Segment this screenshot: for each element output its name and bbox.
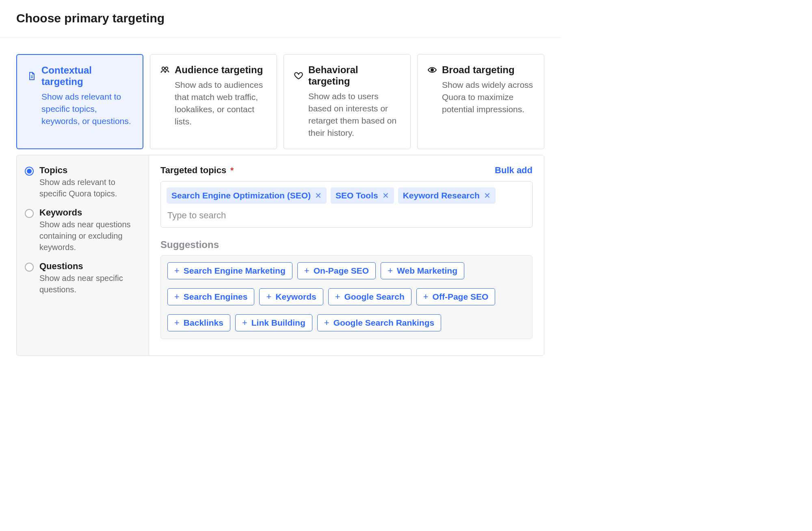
suggestion-label: Off-Page SEO [433, 292, 489, 302]
suggestion-chip[interactable]: +Off-Page SEO [416, 288, 496, 305]
chip-label: SEO Tools [336, 191, 378, 200]
chips-container: Search Engine Optimization (SEO)✕SEO Too… [167, 187, 526, 204]
targeting-card-audience[interactable]: Audience targeting Show ads to audiences… [150, 54, 277, 149]
plus-icon: + [304, 266, 310, 275]
chip[interactable]: SEO Tools✕ [331, 187, 394, 204]
plus-icon: + [266, 292, 271, 301]
suggestion-label: Search Engines [184, 292, 248, 302]
field-header: Targeted topics * Bulk add [160, 165, 533, 176]
plus-icon: + [174, 292, 180, 301]
chip[interactable]: Search Engine Optimization (SEO)✕ [167, 187, 327, 204]
card-desc: Show ads to users based on interests or … [294, 90, 401, 139]
targeting-cards-row: Contextual targeting Show ads relevant t… [16, 54, 544, 149]
card-title: Broad targeting [442, 64, 515, 76]
radio-label: Topics [39, 165, 141, 176]
bulk-add-link[interactable]: Bulk add [495, 165, 533, 176]
svg-point-1 [165, 67, 168, 70]
close-icon[interactable]: ✕ [315, 191, 322, 200]
suggestion-label: On-Page SEO [314, 266, 369, 276]
topics-input[interactable]: Search Engine Optimization (SEO)✕SEO Too… [160, 181, 533, 228]
suggestion-chip[interactable]: +Backlinks [167, 314, 230, 331]
suggestion-chip[interactable]: +On-Page SEO [297, 262, 376, 279]
plus-icon: + [174, 266, 180, 275]
people-icon [160, 65, 170, 75]
divider [0, 37, 561, 38]
radio-indicator [25, 167, 34, 176]
radio-option-topics[interactable]: Topics Show ads relevant to specific Quo… [25, 165, 141, 199]
heart-icon [294, 71, 303, 81]
card-desc: Show ads to audiences that match web tra… [160, 79, 267, 128]
field-label: Targeted topics [160, 165, 226, 175]
radio-option-keywords[interactable]: Keywords Show ads near questions contain… [25, 207, 141, 253]
radio-label: Keywords [39, 207, 141, 218]
radio-desc: Show ads near questions containing or ex… [39, 219, 141, 253]
radio-option-questions[interactable]: Questions Show ads near specific questio… [25, 261, 141, 295]
targeting-card-broad[interactable]: Broad targeting Show ads widely across Q… [417, 54, 544, 149]
plus-icon: + [174, 318, 180, 327]
main-panel: Targeted topics * Bulk add Search Engine… [149, 155, 544, 355]
targeting-card-behavioral[interactable]: Behavioral targeting Show ads to users b… [284, 54, 411, 149]
suggestion-chip[interactable]: +Keywords [259, 288, 323, 305]
card-desc: Show ads widely across Quora to maximize… [427, 79, 534, 115]
card-title: Behavioral targeting [308, 64, 401, 87]
sidebar: Topics Show ads relevant to specific Quo… [17, 155, 149, 355]
field-label-wrap: Targeted topics * [160, 165, 234, 176]
card-desc: Show ads relevant to specific topics, ke… [27, 91, 133, 127]
plus-icon: + [324, 318, 329, 327]
lower-panel: Topics Show ads relevant to specific Quo… [16, 155, 544, 356]
suggestion-chip[interactable]: +Google Search Rankings [317, 314, 441, 331]
suggestion-chip[interactable]: +Search Engines [167, 288, 254, 305]
chip-label: Search Engine Optimization (SEO) [171, 191, 311, 200]
radio-indicator [25, 263, 34, 272]
svg-point-0 [162, 67, 165, 70]
targeting-card-contextual[interactable]: Contextual targeting Show ads relevant t… [16, 54, 143, 149]
radio-indicator [25, 209, 34, 218]
radio-desc: Show ads near specific questions. [39, 272, 141, 295]
plus-icon: + [335, 292, 340, 301]
search-input[interactable] [167, 207, 526, 225]
suggestion-label: Link Building [251, 318, 305, 328]
card-title: Contextual targeting [41, 65, 133, 87]
suggestion-chip[interactable]: +Search Engine Marketing [167, 262, 292, 279]
radio-desc: Show ads relevant to specific Quora topi… [39, 176, 141, 199]
suggestion-label: Web Marketing [397, 266, 457, 276]
suggestion-label: Backlinks [184, 318, 223, 328]
close-icon[interactable]: ✕ [484, 191, 491, 200]
svg-point-2 [431, 69, 433, 71]
close-icon[interactable]: ✕ [382, 191, 389, 200]
page-title: Choose primary targeting [16, 11, 544, 25]
suggestions-label: Suggestions [160, 239, 533, 250]
plus-icon: + [423, 292, 429, 301]
suggestions-box: +Search Engine Marketing+On-Page SEO+Web… [160, 255, 533, 339]
suggestion-label: Search Engine Marketing [184, 266, 286, 276]
suggestions-row: +Search Engine Marketing+On-Page SEO+Web… [167, 262, 526, 335]
eye-icon [427, 65, 437, 75]
chip[interactable]: Keyword Research✕ [398, 187, 496, 204]
suggestion-chip[interactable]: +Web Marketing [381, 262, 464, 279]
suggestion-chip[interactable]: +Link Building [235, 314, 312, 331]
required-mark: * [230, 165, 234, 175]
plus-icon: + [388, 266, 393, 275]
card-title: Audience targeting [175, 64, 263, 76]
suggestion-label: Google Search [344, 292, 405, 302]
suggestion-chip[interactable]: +Google Search [328, 288, 411, 305]
suggestion-label: Keywords [275, 292, 316, 302]
plus-icon: + [242, 318, 247, 327]
suggestion-label: Google Search Rankings [333, 318, 435, 328]
radio-label: Questions [39, 261, 141, 272]
chip-label: Keyword Research [403, 191, 480, 200]
document-icon [27, 71, 37, 81]
